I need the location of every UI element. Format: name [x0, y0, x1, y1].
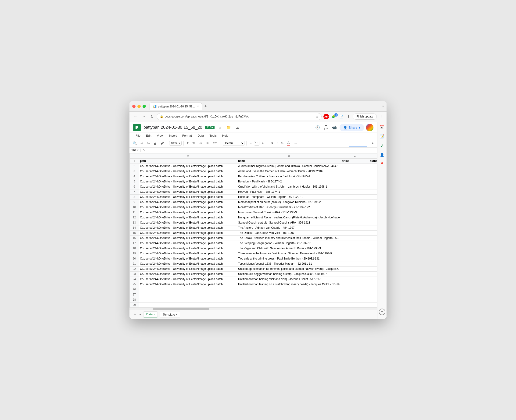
cell-a12[interactable]: C:\Users\ff244\OneDrive - University of … [139, 215, 237, 220]
cell-c17[interactable] [341, 240, 369, 246]
cell-a22[interactable]: C:\Users\ff244\OneDrive - University of … [139, 266, 237, 271]
sidebar-notes-icon[interactable]: 📝 [379, 133, 385, 140]
cell-d5[interactable] [369, 179, 377, 184]
cell-b22[interactable]: Untitled (gentleman in fur trimmed jacke… [237, 266, 341, 271]
currency-button[interactable]: £ [186, 140, 190, 146]
cell-a19[interactable]: C:\Users\ff244\OneDrive - University of … [139, 251, 237, 256]
cell-b19[interactable]: Three men in the furnace - Jost Amman;Si… [237, 251, 341, 256]
cell-d9[interactable] [369, 200, 377, 205]
cell-b10[interactable]: Monstrosities of 1821 - George Cruikshan… [237, 205, 341, 210]
print-button[interactable]: 🖨 [152, 140, 158, 146]
menu-format[interactable]: Format [180, 133, 194, 138]
cell-d28[interactable] [369, 297, 377, 302]
abp-icon[interactable]: ABP [323, 114, 329, 119]
cell-a6[interactable]: C:\Users\ff244\OneDrive - University of … [139, 184, 237, 189]
cell-a16[interactable]: C:\Users\ff244\OneDrive - University of … [139, 235, 237, 240]
cell-a7[interactable]: C:\Users\ff244\OneDrive - University of … [139, 189, 237, 194]
download-icon[interactable]: ⬇ [346, 114, 351, 119]
cell-a4[interactable]: C:\Users\ff244\OneDrive - University of … [139, 174, 237, 179]
sidebar-contacts-icon[interactable]: 👤 [379, 152, 385, 158]
cell-d27[interactable] [369, 292, 377, 297]
sheet-tab-template[interactable]: Template ▾ [159, 312, 180, 317]
cell-c18[interactable] [341, 246, 369, 251]
extensions-icon[interactable]: 🧩2 [331, 114, 337, 119]
horizontal-scrollbar[interactable] [129, 308, 377, 310]
cell-d24[interactable] [369, 277, 377, 282]
undo-button[interactable]: ↩ [139, 140, 145, 146]
cell-c22[interactable] [341, 266, 369, 271]
cell-b27[interactable] [237, 292, 341, 297]
cell-c26[interactable] [341, 287, 369, 292]
cell-b29[interactable] [237, 302, 341, 308]
grid-container[interactable]: A B C D E 1pathnameartistauthortitle2C:\… [129, 153, 377, 308]
cell-c16[interactable] [341, 235, 369, 240]
cell-b6[interactable]: Crucifixion with the Virgin and St John … [237, 184, 341, 189]
cell-c1[interactable]: artist [341, 158, 369, 164]
cell-c19[interactable] [341, 251, 369, 256]
font-size-control[interactable]: 10 [254, 141, 259, 146]
cell-c9[interactable] [341, 200, 369, 205]
cell-a15[interactable]: C:\Users\ff244\OneDrive - University of … [139, 230, 237, 235]
cell-b11[interactable]: Muscipula - Samuel Cousins ARA - 135-193… [237, 210, 341, 215]
cell-c12[interactable] [341, 215, 369, 220]
sheet-tab-template-dropdown[interactable]: ▾ [176, 313, 177, 316]
cell-c11[interactable] [341, 210, 369, 215]
cell-b25[interactable]: Untitled (woman leaning on a staff holdi… [237, 282, 341, 287]
share-button[interactable]: 👤 Share ▾ [340, 124, 364, 131]
cell-d1[interactable]: author [369, 158, 377, 164]
cell-d20[interactable] [369, 256, 377, 261]
sidebar-calendar-icon[interactable]: 📅 [379, 124, 385, 130]
cell-c7[interactable] [341, 189, 369, 194]
cell-c27[interactable] [341, 292, 369, 297]
cell-a28[interactable] [139, 297, 237, 302]
cell-b18[interactable]: The Virgin and Child with Saint Anne - A… [237, 246, 341, 251]
cell-b28[interactable] [237, 297, 341, 302]
col-header-d[interactable]: D [369, 153, 377, 158]
collapse-toolbar-button[interactable]: ∧ [370, 140, 375, 146]
history-button[interactable]: 🕐 [314, 124, 321, 131]
cell-b26[interactable] [237, 287, 341, 292]
cell-c28[interactable] [341, 297, 369, 302]
active-tab[interactable]: 📊 pattypan 2024-01-30 15_58... ✕ [150, 103, 202, 110]
cell-b24[interactable]: Untitled (woman holding stick and dish) … [237, 277, 341, 282]
cell-a17[interactable]: C:\Users\ff244\OneDrive - University of … [139, 240, 237, 246]
more-toolbar-button[interactable]: ⋯ [292, 140, 298, 146]
cell-c13[interactable] [341, 220, 369, 225]
cloud-save-button[interactable]: ☁ [235, 124, 240, 131]
menu-view[interactable]: View [154, 133, 166, 138]
italic-button[interactable]: I [275, 140, 279, 146]
back-button[interactable]: ← [132, 113, 139, 120]
close-button[interactable] [132, 105, 136, 108]
cell-d29[interactable] [369, 302, 377, 308]
cell-a20[interactable]: C:\Users\ff244\OneDrive - University of … [139, 256, 237, 261]
cell-d4[interactable] [369, 174, 377, 179]
cell-c14[interactable] [341, 225, 369, 230]
col-header-c[interactable]: C [341, 153, 369, 158]
meet-button[interactable]: 📹 [331, 124, 338, 131]
cell-d16[interactable] [369, 235, 377, 240]
menu-tools[interactable]: Tools [207, 133, 219, 138]
cell-c24[interactable] [341, 277, 369, 282]
bookmark-icon[interactable]: ☆ [316, 115, 319, 119]
bold-button[interactable]: B [269, 140, 274, 146]
cell-c21[interactable] [341, 261, 369, 266]
menu-help[interactable]: Help [220, 133, 231, 138]
cell-reference-box[interactable]: Y61 ▾ [131, 149, 141, 152]
sidebar-tasks-icon[interactable]: ✓ [379, 142, 385, 149]
font-family-select[interactable]: Defaul... [223, 141, 244, 146]
zoom-control[interactable]: 100% ▾ [169, 141, 182, 146]
sheet-tab-data-dropdown[interactable]: ▾ [153, 313, 155, 315]
percent-button[interactable]: % [191, 140, 197, 146]
minimize-button[interactable] [137, 105, 141, 108]
cell-a9[interactable]: C:\Users\ff244\OneDrive - University of … [139, 200, 237, 205]
cell-c20[interactable] [341, 256, 369, 261]
cell-c15[interactable] [341, 230, 369, 235]
cell-b20[interactable]: Two girls at the printing press - Paul E… [237, 256, 341, 261]
cell-d7[interactable] [369, 189, 377, 194]
cell-c2[interactable] [341, 164, 369, 169]
star-button[interactable]: ☆ [217, 124, 222, 131]
reload-button[interactable]: ↻ [149, 113, 155, 120]
cell-a21[interactable]: C:\Users\ff244\OneDrive - University of … [139, 261, 237, 266]
cell-c4[interactable] [341, 174, 369, 179]
decimal-inc-button[interactable]: .00 [205, 141, 211, 145]
